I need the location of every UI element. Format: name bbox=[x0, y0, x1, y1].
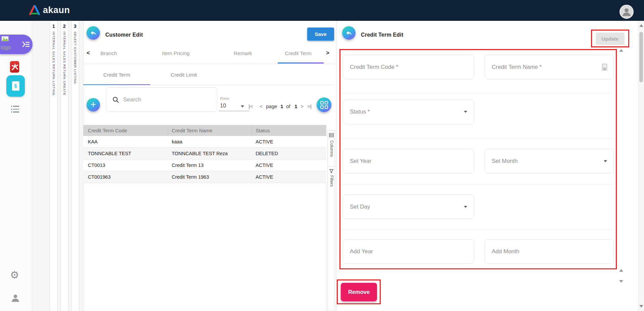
step-number: 3 bbox=[71, 24, 79, 29]
cell-code: CT0013 bbox=[88, 163, 105, 168]
grid-icon bbox=[320, 101, 328, 109]
step-label: INTERNAL SALES RETURN CREATE bbox=[63, 32, 66, 96]
update-button[interactable]: Update bbox=[596, 33, 625, 45]
divider bbox=[341, 229, 615, 229]
tab-branch[interactable]: Branch bbox=[75, 50, 142, 56]
field-label: Credit Term Name * bbox=[492, 64, 542, 71]
rows-per-page-label: Rows bbox=[220, 96, 229, 100]
pagination-first-button[interactable]: |< bbox=[249, 103, 253, 109]
column-header[interactable]: Credit Term Name bbox=[172, 128, 212, 133]
pagination-prev-button[interactable]: < bbox=[260, 103, 263, 109]
step-label: SELECT CUSTOMER LISTING bbox=[73, 32, 77, 84]
field-label: Add Month bbox=[492, 248, 519, 255]
cell-code: CT001963 bbox=[88, 174, 111, 180]
right-panel-title: Credit Term Edit bbox=[361, 32, 403, 38]
person-icon bbox=[621, 6, 632, 17]
table-row[interactable]: TONNCABLE TEST TONNCABLE TEST Reza DELET… bbox=[83, 148, 326, 160]
table-row[interactable]: CT001963 Credit Term 1963 ACTIVE bbox=[83, 171, 326, 183]
scrollbar-thumb[interactable] bbox=[639, 32, 643, 82]
step-number: 1 bbox=[50, 24, 57, 29]
broken-image-icon bbox=[1, 36, 9, 42]
pagination-next-button[interactable]: > bbox=[301, 103, 304, 109]
rows-per-page-select[interactable]: 10 bbox=[220, 103, 226, 109]
scrollbar-down-icon[interactable] bbox=[639, 305, 643, 308]
tab-credit-term[interactable]: Credit Term bbox=[270, 50, 327, 56]
brand-triangle-icon bbox=[29, 5, 40, 15]
search-input[interactable] bbox=[122, 96, 204, 103]
settings-gear-icon[interactable]: ⚙ bbox=[10, 270, 19, 280]
divider bbox=[252, 126, 252, 135]
back-button[interactable] bbox=[87, 26, 100, 40]
caret-down-icon bbox=[464, 206, 467, 208]
tabs-scroll-right-icon[interactable]: > bbox=[326, 50, 329, 56]
back-button-right-panel[interactable] bbox=[342, 26, 356, 40]
cell-code: TONNCABLE TEST bbox=[88, 151, 131, 156]
subtab-credit-term[interactable]: Credit Term bbox=[83, 72, 150, 78]
tab-item-pricing[interactable]: Item Pricing bbox=[142, 50, 209, 56]
remove-button[interactable]: Remove bbox=[341, 283, 377, 301]
column-header[interactable]: Status bbox=[256, 128, 270, 133]
collapse-menu-icon[interactable] bbox=[22, 41, 30, 48]
sidebar-list-icon[interactable] bbox=[11, 106, 20, 113]
caret-down-icon bbox=[464, 111, 467, 113]
add-month-field[interactable]: Add Month bbox=[485, 239, 614, 264]
credit-term-name-field[interactable]: Credit Term Name * bbox=[485, 55, 614, 79]
status-select[interactable]: Status * bbox=[343, 99, 474, 124]
brand-logo: akaun bbox=[29, 5, 70, 15]
pagination-last-button[interactable]: >| bbox=[307, 103, 312, 109]
filters-label[interactable]: Filters bbox=[329, 175, 334, 187]
subtab-credit-limit[interactable]: Credit Limit bbox=[150, 72, 217, 78]
step-tab-2[interactable]: 2 INTERNAL SALES RETURN CREATE bbox=[60, 21, 68, 311]
set-day-select[interactable]: Set Day bbox=[343, 194, 474, 219]
step-tab-1[interactable]: 1 INTERNAL SALES RETURN LISTING bbox=[50, 21, 58, 311]
field-label: Status * bbox=[350, 108, 370, 115]
set-month-select[interactable]: Set Month bbox=[485, 149, 614, 173]
credit-term-code-field[interactable]: Credit Term Code * bbox=[343, 55, 474, 79]
cell-name: Credit Term 13 bbox=[172, 163, 204, 168]
plus-icon: + bbox=[91, 99, 96, 110]
table-row[interactable]: KAA kaaa ACTIVE bbox=[83, 136, 326, 148]
pagination-of-word: of bbox=[286, 103, 290, 109]
add-year-field[interactable]: Add Year bbox=[343, 239, 474, 264]
tab-remark[interactable]: Remark bbox=[209, 50, 276, 56]
user-avatar[interactable] bbox=[620, 5, 634, 19]
grid-view-button[interactable] bbox=[317, 97, 331, 112]
field-label: Credit Term Code * bbox=[350, 64, 398, 71]
add-button[interactable]: + bbox=[87, 98, 100, 112]
panel-scroll-up-icon[interactable] bbox=[619, 269, 623, 272]
cell-status: DELETED bbox=[256, 151, 278, 156]
caret-down-icon bbox=[604, 160, 607, 162]
rows-caret-down-icon[interactable] bbox=[241, 105, 244, 107]
cell-name: Credit Term 1963 bbox=[172, 174, 209, 180]
save-button[interactable]: Save bbox=[307, 28, 334, 41]
cell-name: TONNCABLE TEST Reza bbox=[172, 151, 228, 156]
step-tab-3[interactable]: 3 SELECT CUSTOMER LISTING bbox=[71, 21, 79, 311]
page-title: Customer Edit bbox=[105, 32, 143, 38]
filter-funnel-icon bbox=[329, 169, 334, 174]
columns-grip-icon bbox=[329, 133, 334, 137]
table-row[interactable]: CT0013 Credit Term 13 ACTIVE bbox=[83, 160, 326, 171]
scrollbar-up-icon[interactable] bbox=[639, 24, 643, 27]
brush-glyph-icon bbox=[11, 63, 18, 71]
translate-input-icon[interactable] bbox=[602, 64, 607, 71]
active-tab-underline bbox=[278, 62, 324, 63]
search-box bbox=[106, 87, 217, 112]
side-strip bbox=[327, 194, 335, 311]
sidebar-logo-pill[interactable]: logo bbox=[0, 35, 33, 54]
set-year-field[interactable]: Set Year bbox=[343, 149, 474, 173]
top-bar: akaun bbox=[0, 0, 644, 21]
sidebar-profile-icon[interactable] bbox=[11, 293, 20, 304]
logo-alt-text: logo bbox=[1, 45, 11, 51]
divider bbox=[83, 64, 335, 64]
sidebar-receipt-app-icon[interactable]: $ bbox=[6, 75, 25, 97]
divider bbox=[336, 21, 336, 311]
panel-scroll-up-icon[interactable] bbox=[619, 49, 623, 52]
cell-status: ACTIVE bbox=[256, 174, 273, 180]
columns-label[interactable]: Columns bbox=[329, 140, 334, 157]
divider bbox=[83, 85, 335, 85]
search-icon bbox=[112, 96, 119, 103]
sidebar-app-red-icon[interactable] bbox=[10, 61, 19, 73]
rows-select-underline bbox=[219, 111, 249, 111]
column-header[interactable]: Credit Term Code bbox=[88, 128, 127, 133]
panel-scroll-down-icon[interactable] bbox=[619, 280, 623, 283]
